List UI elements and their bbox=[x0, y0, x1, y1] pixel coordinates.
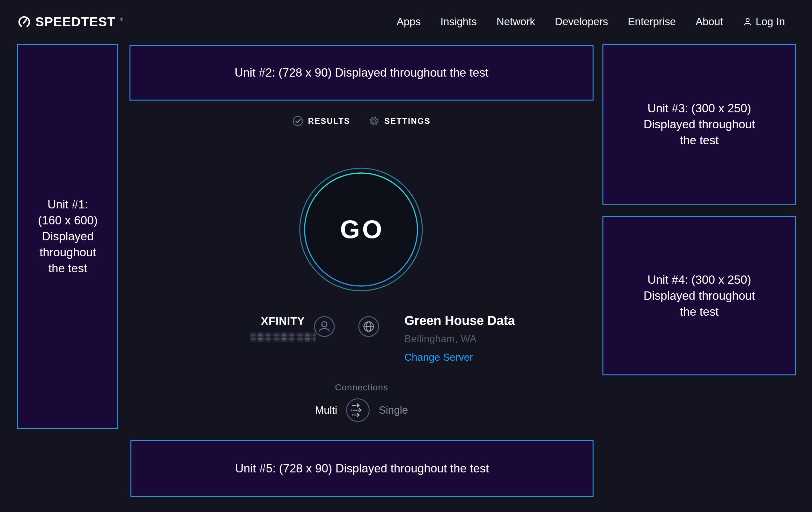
nav-item-insights[interactable]: Insights bbox=[440, 16, 477, 28]
trademark-mark: ® bbox=[120, 17, 123, 22]
speedometer-icon bbox=[17, 15, 31, 29]
speedtest-logo[interactable]: SPEEDTEST ® bbox=[17, 15, 123, 29]
nav-item-apps[interactable]: Apps bbox=[397, 16, 421, 28]
results-tab[interactable]: RESULTS bbox=[292, 115, 350, 127]
nav-item-developers[interactable]: Developers bbox=[555, 16, 608, 28]
isp-block: XFINITY bbox=[248, 315, 318, 342]
view-tabs: RESULTS SETTINGS bbox=[129, 115, 593, 127]
ad-unit-5[interactable]: Unit #5: (728 x 90) Displayed throughout… bbox=[130, 440, 593, 497]
settings-label: SETTINGS bbox=[384, 116, 431, 126]
check-circle-icon bbox=[292, 115, 303, 127]
nav-item-enterprise[interactable]: Enterprise bbox=[628, 16, 676, 28]
nav-item-network[interactable]: Network bbox=[497, 16, 535, 28]
speedtest-page: SPEEDTEST ® Apps Insights Network Develo… bbox=[0, 0, 812, 512]
change-server-link[interactable]: Change Server bbox=[404, 351, 515, 363]
ad-unit-4-text: Unit #4: (300 x 250) Displayed throughou… bbox=[644, 272, 755, 320]
isp-name: XFINITY bbox=[248, 315, 318, 327]
server-block: Green House Data Bellingham, WA Change S… bbox=[404, 314, 515, 363]
login-label: Log In bbox=[756, 16, 785, 28]
user-circle-icon bbox=[314, 316, 335, 338]
go-button[interactable]: GO bbox=[299, 167, 423, 292]
ad-unit-3[interactable]: Unit #3: (300 x 250) Displayed throughou… bbox=[603, 44, 796, 205]
ad-unit-1-text: Unit #1: (160 x 600) Displayed throughou… bbox=[38, 197, 97, 276]
ad-unit-3-text: Unit #3: (300 x 250) Displayed throughou… bbox=[644, 101, 755, 149]
ad-unit-2[interactable]: Unit #2: (728 x 90) Displayed throughout… bbox=[129, 45, 593, 101]
ad-unit-1[interactable]: Unit #1: (160 x 600) Displayed throughou… bbox=[17, 44, 118, 429]
connections-title: Connections bbox=[129, 382, 593, 393]
results-label: RESULTS bbox=[308, 116, 350, 126]
globe-circle-icon bbox=[358, 316, 379, 338]
multi-label[interactable]: Multi bbox=[315, 404, 338, 416]
logo-text: SPEEDTEST bbox=[35, 15, 115, 29]
go-label: GO bbox=[299, 167, 423, 292]
connections-toggle[interactable] bbox=[345, 398, 370, 423]
nav-item-about[interactable]: About bbox=[696, 16, 723, 28]
settings-tab[interactable]: SETTINGS bbox=[369, 115, 431, 127]
ad-unit-4[interactable]: Unit #4: (300 x 250) Displayed throughou… bbox=[603, 216, 796, 375]
single-label[interactable]: Single bbox=[379, 404, 408, 416]
connections-row: Multi Single bbox=[129, 398, 593, 423]
header: SPEEDTEST ® Apps Insights Network Develo… bbox=[0, 0, 812, 44]
connections-section: Connections Multi Single bbox=[129, 382, 593, 423]
main-nav: Apps Insights Network Developers Enterpr… bbox=[397, 16, 785, 28]
user-icon bbox=[743, 17, 752, 26]
ad-unit-5-text: Unit #5: (728 x 90) Displayed throughout… bbox=[235, 461, 489, 477]
redacted-ip bbox=[250, 332, 316, 342]
server-location: Bellingham, WA bbox=[404, 333, 515, 345]
ad-unit-2-text: Unit #2: (728 x 90) Displayed throughout… bbox=[235, 65, 489, 81]
gear-icon bbox=[369, 115, 379, 127]
server-name: Green House Data bbox=[404, 314, 515, 328]
login-button[interactable]: Log In bbox=[743, 16, 785, 28]
